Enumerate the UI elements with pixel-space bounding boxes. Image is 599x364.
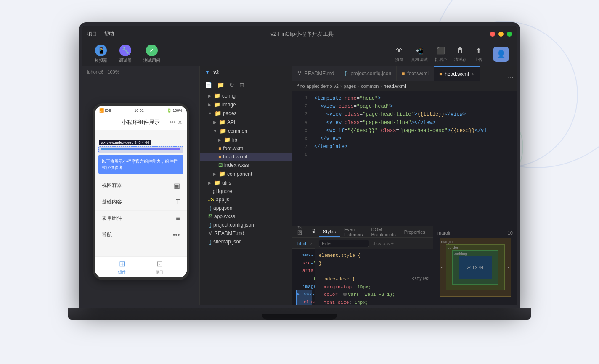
styles-filter-hint: :hov .cls + xyxy=(373,241,394,246)
tree-item-app-wxss[interactable]: ⚄ app.wxss xyxy=(200,212,292,221)
debug-button[interactable]: 🔧 调试器 xyxy=(115,43,136,65)
styles-content: element.style { } .index-desc { <style> … xyxy=(315,249,433,305)
tab-close-icon[interactable]: ✕ xyxy=(472,72,475,76)
comp-row-view[interactable]: 视图容器 ▣ xyxy=(95,177,187,194)
close-button[interactable] xyxy=(490,32,495,37)
user-avatar[interactable]: 👤 xyxy=(493,47,509,62)
simulator-panel: iphone6 100% 📶 IDE 10:01 🔋 100% xyxy=(82,66,200,305)
clear-cache-action[interactable]: 🗑 清缓存 xyxy=(454,45,466,63)
maximize-button[interactable] xyxy=(507,32,512,37)
device-name: iphone6 xyxy=(87,69,103,74)
tree-item-index-wxss[interactable]: ⚄ index.wxss xyxy=(200,161,292,169)
cut-action[interactable]: ⬛ 切后台 xyxy=(435,45,447,63)
laptop-wrapper: 项目 帮助 v2-FinClip小程序开发工具 📱 模拟器 xyxy=(68,22,531,342)
breadcrumb-sep-1: › xyxy=(340,84,342,89)
line-content-1: <template name="head"> xyxy=(314,95,381,103)
panel-tab-overview[interactable]: 概图 xyxy=(292,226,307,237)
tree-item-config[interactable]: ▶ 📁 config xyxy=(200,91,292,100)
code-line-6: 6 </view> xyxy=(292,135,517,143)
folder-icon-utils: 📁 xyxy=(214,179,220,186)
comp-name-nav: 导航 xyxy=(102,231,112,238)
tree-item-image[interactable]: ▶ 📁 image xyxy=(200,100,292,109)
chevron-config: ▶ xyxy=(208,94,211,98)
menu-item-help[interactable]: 帮助 xyxy=(104,30,114,37)
tree-item-sitemap[interactable]: {} sitemap.json xyxy=(200,237,292,246)
test-button[interactable]: ✓ 测试用例 xyxy=(139,43,164,65)
tab-project-icon: {} xyxy=(345,71,348,76)
tree-item-foot-wxml[interactable]: ■ foot.wxml xyxy=(200,144,292,153)
simulate-button[interactable]: 📱 模拟器 xyxy=(90,43,111,65)
tree-item-component[interactable]: ▶ 📁 component xyxy=(200,169,292,178)
comp-icon-form: ≡ xyxy=(176,215,180,222)
refresh-icon[interactable]: ↻ xyxy=(228,81,236,89)
tree-item-api[interactable]: ▶ 📁 API xyxy=(200,118,292,127)
time-display: 10:01 xyxy=(134,108,144,113)
chevron-common: ▼ xyxy=(213,129,217,133)
collapse-icon[interactable]: ⊟ xyxy=(238,81,246,89)
tab-readme[interactable]: M README.md xyxy=(292,66,339,81)
css-element-style: element.style { } xyxy=(319,252,429,267)
styles-tab-styles[interactable]: Styles xyxy=(319,227,340,237)
new-file-icon[interactable]: 📄 xyxy=(203,81,214,89)
source-code-2: <wx-view class="index-desc">以下将展示小程序官方组件… xyxy=(304,290,315,305)
tree-label-app-js: app.js xyxy=(216,197,229,203)
tree-item-utils[interactable]: ▶ 📁 utils xyxy=(200,178,292,187)
tree-item-gitignore[interactable]: · .gitignore xyxy=(200,187,292,195)
tab-head-wxml[interactable]: ■ head.wxml ✕ xyxy=(434,66,480,81)
line-content-7: </template> xyxy=(314,143,347,151)
laptop-notch xyxy=(262,314,337,320)
editor-panel: M README.md {} project.config.json ■ foo… xyxy=(292,66,517,226)
code-lines[interactable]: 1 <template name="head"> 2 <view class="… xyxy=(292,91,517,226)
tab-more-button[interactable]: ⋯ xyxy=(504,74,517,81)
tree-item-pages[interactable]: ▼ 📁 pages xyxy=(200,109,292,118)
preview-action[interactable]: 👁 预览 xyxy=(394,45,404,63)
tree-item-readme[interactable]: M README.md xyxy=(200,229,292,237)
chevron-lib: ▶ xyxy=(218,138,221,142)
comp-row-form[interactable]: 表单组件 ≡ xyxy=(95,211,187,227)
ide-app: 项目 帮助 v2-FinClip小程序开发工具 📱 模拟器 xyxy=(82,26,517,305)
nav-component-label: 组件 xyxy=(118,269,126,275)
upload-action[interactable]: ⬆ 上传 xyxy=(473,45,483,63)
minimize-button[interactable] xyxy=(498,32,504,37)
desc-box: 以下将展示小程序官方组件能力，组件样式仅供参考。 xyxy=(98,155,183,174)
nav-api-icon: ⊡ xyxy=(156,259,163,269)
tree-item-head-wxml[interactable]: ■ head.wxml xyxy=(200,153,292,161)
breadcrumb-common: common xyxy=(361,84,379,89)
bottom-panels: 概图 源代码 html › body › wx-view.index › xyxy=(292,226,517,305)
styles-filter-input[interactable] xyxy=(319,240,369,247)
tree-item-common[interactable]: ▼ 📁 common xyxy=(200,127,292,135)
tab-bar: M README.md {} project.config.json ■ foo… xyxy=(292,66,517,81)
cut-label: 切后台 xyxy=(435,57,447,63)
line-content-3: <view class="page-head-title">{{title}}<… xyxy=(314,111,466,119)
real-device-action[interactable]: 📲 真机调试 xyxy=(411,45,428,63)
menu-bar: 项目 帮助 xyxy=(87,30,114,37)
styles-tab-breakpoints[interactable]: DOM Breakpoints xyxy=(367,225,400,239)
laptop-bottom xyxy=(68,308,531,320)
toolbar: 📱 模拟器 🔧 调试器 ✓ 测试用例 👁 xyxy=(82,42,517,66)
html-tag-html[interactable]: html xyxy=(296,240,308,246)
tab-readme-label: README.md xyxy=(304,71,334,76)
new-folder-icon[interactable]: 📁 xyxy=(215,81,226,89)
nav-api[interactable]: ⊡ 接口 xyxy=(156,259,163,275)
app-title: v2-FinClip小程序开发工具 xyxy=(114,30,490,38)
tree-item-app-json[interactable]: {} app.json xyxy=(200,204,292,212)
code-line-1: 1 <template name="head"> xyxy=(292,95,517,103)
panel-tab-source[interactable]: 源代码 xyxy=(307,226,315,237)
source-panel: 概图 源代码 html › body › wx-view.index › xyxy=(292,226,315,305)
tree-item-app-js[interactable]: JS app.js xyxy=(200,195,292,204)
comp-row-basic[interactable]: 基础内容 T xyxy=(95,194,187,211)
nav-component[interactable]: ⊞ 组件 xyxy=(118,259,126,275)
folder-icon-image: 📁 xyxy=(214,101,220,108)
tree-item-project-config[interactable]: {} project.config.json xyxy=(200,221,292,229)
bm-border: border - padding - 240 × xyxy=(446,244,505,290)
window-controls xyxy=(490,32,512,37)
phone-more-dots[interactable]: ••• ✕ xyxy=(170,119,183,126)
comp-row-nav[interactable]: 导航 ••• xyxy=(95,227,187,243)
menu-item-project[interactable]: 项目 xyxy=(87,30,97,37)
tab-foot-wxml[interactable]: ■ foot.wxml xyxy=(397,66,434,81)
tab-project-config[interactable]: {} project.config.json xyxy=(339,66,397,81)
styles-tab-properties[interactable]: Properties xyxy=(400,228,429,236)
tab-head-label: head.wxml xyxy=(445,71,469,77)
styles-tab-listeners[interactable]: Event Listeners xyxy=(340,225,367,239)
tree-item-lib[interactable]: ▶ 📁 lib xyxy=(200,135,292,144)
